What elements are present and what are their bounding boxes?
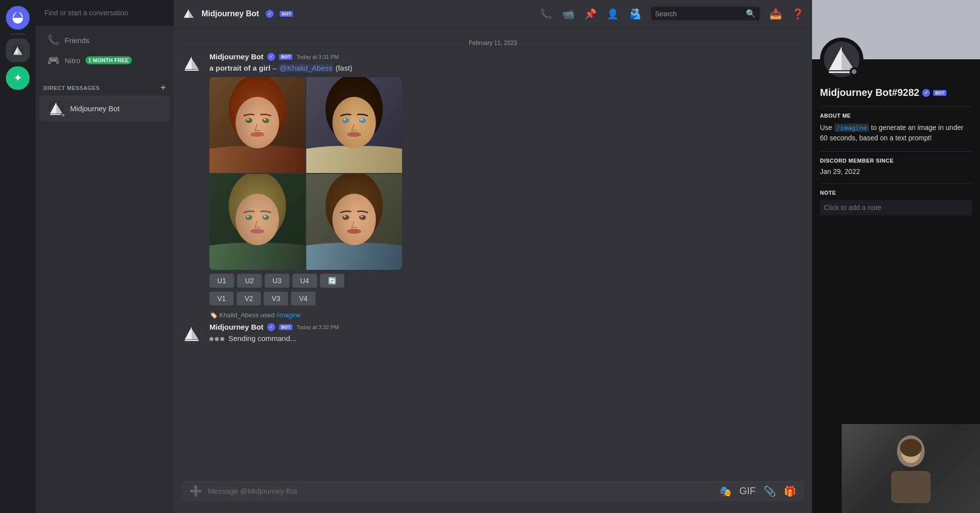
msg-bot-badge-2: BOT: [279, 324, 292, 330]
msg-content-2: Midjourney Bot ✓ BOT Today at 3:32 PM Se…: [209, 323, 804, 343]
profile-note-input[interactable]: [820, 200, 972, 215]
action-buttons-row1: U1 U2 U3 U4 🔄: [209, 274, 804, 288]
find-conversation-input[interactable]: [41, 6, 169, 20]
msg-dash: –: [273, 64, 279, 72]
msg-header-1: Midjourney Bot ✓ BOT Today at 3:31 PM: [209, 52, 804, 61]
svg-rect-12: [891, 471, 931, 503]
profile-about-title: ABOUT ME: [820, 113, 972, 119]
btn-refresh[interactable]: 🔄: [320, 274, 344, 288]
video-icon[interactable]: 📹: [562, 8, 574, 20]
svg-point-14: [900, 439, 922, 457]
chat-header-bot-badge: BOT: [280, 11, 293, 17]
used-command-word: used: [261, 311, 275, 319]
image-cell-3[interactable]: [209, 174, 305, 270]
friends-icon: 📞: [47, 34, 60, 46]
profile-icon[interactable]: 🫂: [629, 8, 641, 20]
profile-member-since-date: Jan 29, 2022: [820, 168, 972, 175]
msg-bold-text: a portrait of a girl: [209, 64, 270, 72]
portrait-canvas-2: [306, 77, 402, 173]
person-silhouette: [881, 434, 940, 503]
btn-v1[interactable]: V1: [209, 292, 234, 305]
profile-member-since-title: DISCORD MEMBER SINCE: [820, 158, 972, 164]
phone-icon[interactable]: 📞: [540, 8, 552, 20]
profile-about-text: Use /imagine to generate an image in und…: [820, 123, 972, 143]
msg-content-1: Midjourney Bot ✓ BOT Today at 3:31 PM a …: [209, 52, 804, 305]
msg-extra: (fast): [335, 64, 352, 72]
attach-icon[interactable]: ➕: [190, 485, 202, 497]
profile-header-bg: [812, 0, 980, 59]
used-command-notice: 🏷️ Khalid_Abess used /imagine: [174, 307, 812, 321]
chat-messages: February 11, 2023 Midjourney Bot ✓ BOT T…: [174, 28, 812, 481]
msg-avatar-1: [182, 53, 202, 73]
dm-user-avatar: [47, 99, 65, 117]
message-group-2: Midjourney Bot ✓ BOT Today at 3:32 PM Se…: [174, 321, 812, 345]
gift-icon[interactable]: 🎁: [784, 485, 796, 497]
emoji-icon[interactable]: 🎭: [719, 485, 732, 497]
nav-friends[interactable]: 📞 Friends: [40, 30, 170, 50]
sending-dots: [209, 337, 224, 341]
btn-v4[interactable]: V4: [291, 292, 315, 305]
image-cell-4[interactable]: [306, 174, 402, 270]
action-buttons-row2: V1 V2 V3 V4: [209, 292, 804, 305]
about-command: /imagine: [834, 124, 869, 132]
gif-icon[interactable]: GIF: [739, 485, 756, 497]
btn-u4[interactable]: U4: [292, 274, 317, 288]
used-command-link[interactable]: /imagine: [277, 311, 301, 319]
dm-section-header: Direct Messages +: [36, 75, 174, 95]
dm-nav: 📞 Friends 🎮 Nitro 1 MONTH FREE: [36, 26, 174, 75]
chat-search-bar[interactable]: Search 🔍: [651, 7, 760, 20]
profile-name: Midjourney Bot#9282 ✓ BOT: [820, 87, 972, 98]
image-cell-1[interactable]: [209, 77, 305, 173]
msg-text-2: Sending command...: [209, 333, 804, 343]
chat-header: Midjourney Bot ✓ BOT 📞 📹 📌 👤 🫂 Search 🔍 …: [174, 0, 812, 28]
pin-icon[interactable]: 📌: [584, 8, 597, 20]
dm-section-title: Direct Messages: [43, 85, 100, 91]
btn-u2[interactable]: U2: [237, 274, 262, 288]
server-sidebar: ✦: [0, 0, 36, 513]
sticker-icon[interactable]: 📎: [764, 485, 776, 497]
profile-note-title: NOTE: [820, 190, 972, 196]
image-cell-2[interactable]: [306, 77, 402, 173]
chat-input-box: ➕ 🎭 GIF 📎 🎁: [182, 481, 804, 501]
input-icons: 🎭 GIF 📎 🎁: [719, 485, 796, 497]
dm-user-status: [61, 113, 66, 118]
server-icon-home[interactable]: [6, 6, 30, 30]
chat-header-avatar: [182, 7, 196, 21]
btn-u3[interactable]: U3: [265, 274, 289, 288]
profile-bot-badge: BOT: [933, 90, 946, 96]
nav-nitro-label: Nitro: [65, 56, 81, 65]
profile-member-since-section: DISCORD MEMBER SINCE Jan 29, 2022: [820, 151, 972, 175]
inbox-icon[interactable]: 📥: [770, 8, 782, 20]
header-actions: 📞 📹 📌 👤 🫂 Search 🔍 📥 ❓: [540, 7, 804, 20]
profile-body: Midjourney Bot#9282 ✓ BOT ABOUT ME Use /…: [812, 59, 980, 223]
profile-status-dot: [850, 67, 858, 76]
btn-u1[interactable]: U1: [209, 274, 234, 288]
msg-mention: @Khalid_Abess: [279, 64, 333, 72]
btn-v2[interactable]: V2: [237, 292, 261, 305]
nav-friends-label: Friends: [65, 36, 89, 44]
server-icon-chatgpt[interactable]: ✦: [6, 66, 30, 90]
btn-v3[interactable]: V3: [264, 292, 288, 305]
about-prefix: Use: [820, 124, 832, 131]
dm-user-midjourney[interactable]: Midjourney Bot: [40, 95, 170, 121]
help-icon[interactable]: ❓: [792, 8, 804, 20]
nav-nitro[interactable]: 🎮 Nitro 1 MONTH FREE: [40, 50, 170, 70]
server-icon-sailboat[interactable]: [6, 39, 30, 62]
chat-header-verified-icon: ✓: [266, 10, 274, 18]
find-conversation-bar[interactable]: [36, 0, 174, 26]
dot-3: [220, 337, 224, 341]
msg-text-1: a portrait of a girl – @Khalid_Abess (fa…: [209, 63, 804, 73]
dm-sidebar: 📞 Friends 🎮 Nitro 1 MONTH FREE Direct Me…: [36, 0, 174, 513]
msg-header-2: Midjourney Bot ✓ BOT Today at 3:32 PM: [209, 323, 804, 331]
server-divider-1: [10, 34, 26, 35]
add-friend-icon[interactable]: 👤: [607, 8, 619, 20]
main-content: Midjourney Bot ✓ BOT 📞 📹 📌 👤 🫂 Search 🔍 …: [174, 0, 812, 513]
chat-search-text: Search: [655, 10, 742, 18]
profile-username: Midjourney Bot#9282: [820, 87, 919, 98]
msg-verified-1: ✓: [267, 53, 275, 61]
dm-add-button[interactable]: +: [161, 83, 166, 93]
msg-timestamp-1: Today at 3:31 PM: [296, 54, 339, 60]
chat-input[interactable]: [208, 481, 713, 501]
chat-header-name: Midjourney Bot: [202, 9, 259, 18]
nitro-badge: 1 MONTH FREE: [85, 56, 132, 64]
